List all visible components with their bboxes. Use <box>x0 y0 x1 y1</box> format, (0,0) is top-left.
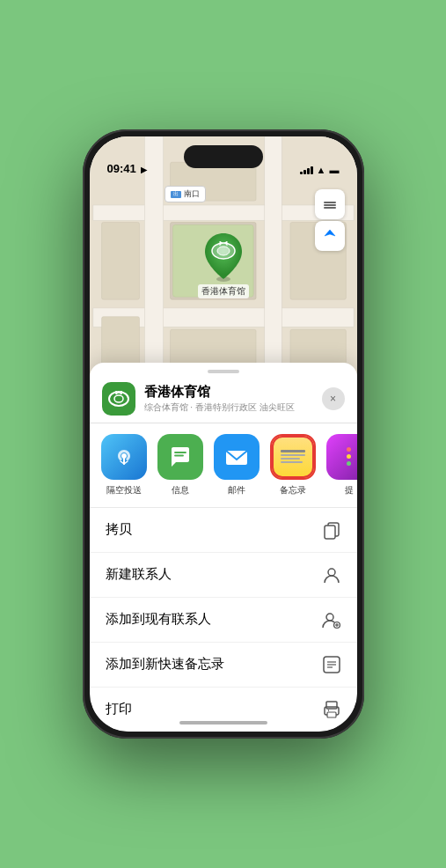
svg-rect-23 <box>324 207 336 209</box>
svg-point-16 <box>217 246 230 255</box>
phone-screen: 09:41 ▶ ▲ ▬ <box>90 136 357 732</box>
svg-rect-45 <box>326 702 337 709</box>
new-contact-label: 新建联系人 <box>106 566 172 583</box>
battery-icon: ▬ <box>330 165 340 175</box>
map-location-label: 出 南口 <box>165 186 206 202</box>
svg-rect-47 <box>327 712 336 717</box>
add-existing-icon <box>322 610 341 629</box>
airdrop-label: 隔空投送 <box>106 484 142 497</box>
new-contact-icon <box>322 565 341 585</box>
messages-symbol <box>167 444 194 470</box>
notes-label: 备忘录 <box>280 484 306 497</box>
action-list: 拷贝 新建联系人 添加到现有联系人 <box>90 508 357 732</box>
svg-rect-6 <box>101 222 139 299</box>
messages-icon <box>157 434 203 480</box>
marker-svg <box>201 232 246 283</box>
notes-icon <box>270 434 316 480</box>
phone-frame: 09:41 ▶ ▲ ▬ <box>83 129 364 739</box>
location-name: 香港体育馆 <box>144 384 313 401</box>
share-mail[interactable]: 邮件 <box>211 434 262 497</box>
signal-icon <box>300 166 313 174</box>
svg-rect-35 <box>325 526 335 539</box>
mail-label: 邮件 <box>228 484 245 497</box>
print-label: 打印 <box>106 701 132 717</box>
close-button[interactable]: × <box>322 387 345 410</box>
wifi-icon: ▲ <box>317 165 326 175</box>
copy-label: 拷贝 <box>106 521 132 538</box>
venue-logo-icon <box>107 387 130 410</box>
marker-label: 香港体育馆 <box>198 284 249 298</box>
more-icon <box>326 434 357 480</box>
map-marker[interactable]: 香港体育馆 <box>198 232 249 298</box>
more-label: 提 <box>345 484 354 497</box>
location-subtitle: 综合体育馆 · 香港特别行政区 油尖旺区 <box>144 401 313 414</box>
notes-lines <box>281 450 305 463</box>
action-copy[interactable]: 拷贝 <box>90 508 357 553</box>
action-new-contact[interactable]: 新建联系人 <box>90 553 357 598</box>
share-notes[interactable]: 备忘录 <box>267 434 318 497</box>
copy-icon <box>322 520 341 540</box>
share-row: 隔空投送 信息 <box>90 423 357 508</box>
map-layers-button[interactable] <box>315 189 345 219</box>
svg-point-37 <box>326 614 333 621</box>
home-indicator <box>179 721 267 725</box>
share-messages[interactable]: 信息 <box>155 434 206 497</box>
layers-icon <box>323 197 337 211</box>
mail-icon <box>214 434 260 480</box>
my-location-button[interactable] <box>315 221 345 251</box>
location-arrow-icon: ▶ <box>141 166 147 174</box>
share-more[interactable]: 提 <box>324 434 357 497</box>
status-icons: ▲ ▬ <box>300 165 340 175</box>
location-info: 香港体育馆 综合体育馆 · 香港特别行政区 油尖旺区 <box>144 384 313 414</box>
bottom-sheet: 香港体育馆 综合体育馆 · 香港特别行政区 油尖旺区 × <box>90 363 357 732</box>
location-header: 香港体育馆 综合体育馆 · 香港特别行政区 油尖旺区 × <box>90 373 357 423</box>
map-controls <box>315 189 345 251</box>
location-arrow-icon <box>323 229 337 243</box>
quick-note-icon <box>322 655 341 674</box>
svg-point-24 <box>109 392 128 406</box>
print-icon <box>322 700 341 719</box>
dynamic-island <box>184 145 263 168</box>
status-time: 09:41 ▶ <box>107 162 148 175</box>
more-dots <box>347 447 351 466</box>
quick-note-label: 添加到新快速备忘录 <box>106 656 224 673</box>
action-print[interactable]: 打印 <box>90 688 357 732</box>
svg-rect-21 <box>324 202 336 203</box>
action-quick-note[interactable]: 添加到新快速备忘录 <box>90 643 357 688</box>
airdrop-icon <box>101 434 147 480</box>
svg-point-25 <box>114 395 123 402</box>
map-label-text: 南口 <box>184 188 200 200</box>
share-airdrop[interactable]: 隔空投送 <box>99 434 150 497</box>
airdrop-symbol <box>112 445 136 469</box>
svg-point-36 <box>328 569 335 576</box>
venue-logo <box>102 382 135 416</box>
add-existing-label: 添加到现有联系人 <box>106 611 211 628</box>
exit-icon: 出 <box>171 191 181 198</box>
svg-rect-22 <box>324 204 336 206</box>
messages-label: 信息 <box>172 484 189 497</box>
mail-symbol <box>223 444 250 470</box>
action-add-existing[interactable]: 添加到现有联系人 <box>90 598 357 643</box>
